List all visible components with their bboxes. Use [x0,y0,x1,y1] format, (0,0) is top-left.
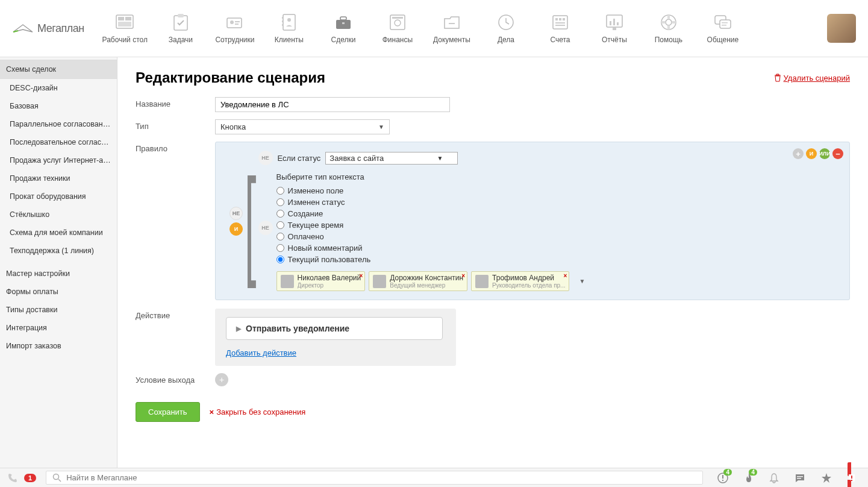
radio-status-changed[interactable]: Изменен статус [276,196,838,208]
rule-not-toggle[interactable]: НЕ [229,207,243,220]
nav-tasks[interactable]: Задачи [160,13,202,44]
sidebar-item-payment[interactable]: Формы оплаты [0,283,117,301]
cancel-link[interactable]: × Закрыть без сохранения [210,407,306,416]
user-chip[interactable]: Дорожкин КонстантинВедущий менеджер × [369,271,467,291]
finance-icon [389,14,406,31]
svg-rect-27 [555,25,565,26]
rule-not-inner[interactable]: НЕ [258,151,273,165]
sidebar-item-import[interactable]: Импорт заказов [0,337,117,355]
svg-point-14 [287,18,291,22]
svg-rect-8 [235,21,240,22]
radio-new-comment[interactable]: Новый комментарий [276,242,838,254]
sidebar-scheme-item[interactable]: Параллельное согласование [0,115,117,133]
warning-icon[interactable] [843,465,861,468]
nav-clients[interactable]: Клиенты [268,13,310,44]
rule-add-button[interactable]: + [793,148,804,159]
nav-finance[interactable]: Финансы [376,13,419,44]
add-user-dropdown[interactable]: ▼ [578,278,586,284]
sidebar-item-integration[interactable]: Интеграция [0,319,117,337]
rule-outer-ops: НЕ И [229,207,243,236]
svg-rect-25 [563,18,565,20]
chip-remove-icon[interactable]: × [564,272,567,279]
trash-icon [774,74,781,82]
svg-rect-38 [722,25,726,26]
name-input[interactable] [215,97,450,112]
svg-rect-32 [613,28,616,30]
user-avatar[interactable] [827,14,856,43]
type-select[interactable]: Кнопка ▼ [215,119,390,134]
chevron-down-icon: ▼ [437,155,443,162]
sidebar-scheme-item[interactable]: Стёклышко [0,206,117,224]
svg-rect-26 [555,22,565,24]
radio-current-user[interactable]: Текущий пользователь [276,254,838,265]
radio-current-time[interactable]: Текущее время [276,219,838,231]
rule-not-context[interactable]: НЕ [258,221,273,235]
nav-bills[interactable]: Счета [539,13,581,44]
desktop-icon [116,14,134,30]
sidebar-scheme-item[interactable]: Прокат оборудования [0,187,117,206]
radio-field-changed[interactable]: Изменено поле [276,185,838,196]
sidebar-item-wizard[interactable]: Мастер настройки [0,265,117,283]
user-avatar-icon [373,275,386,288]
logo-icon [12,22,34,34]
rule-remove-button[interactable]: − [832,148,843,159]
chip-remove-icon[interactable]: × [359,272,363,279]
svg-point-34 [666,19,672,25]
status-select[interactable]: Заявка с сайта ▼ [325,152,458,165]
bills-icon [551,14,569,31]
svg-rect-17 [342,22,345,24]
action-send-notification[interactable]: ▶ Отправить уведомление [226,317,443,340]
radio-paid[interactable]: Оплачено [276,231,838,242]
nav-todo[interactable]: Дела [485,13,527,44]
user-avatar-icon [475,275,489,288]
nav-desktop[interactable]: Рабочий стол [102,13,148,44]
rule-label: Правило [136,142,215,153]
svg-rect-37 [722,22,728,24]
nav-docs[interactable]: Документы [431,13,473,44]
name-label: Название [136,97,215,108]
nav-deals[interactable]: Сделки [322,13,364,44]
radio-creation[interactable]: Создание [276,208,838,219]
rule-and-toggle[interactable]: И [229,222,243,236]
sidebar-header-schemes[interactable]: Схемы сделок [0,60,117,79]
user-chip[interactable]: Николаев ВалерийДиректор × [276,271,366,291]
deals-icon [334,14,352,30]
rule-and-button[interactable]: И [806,148,817,159]
save-button[interactable]: Сохранить [136,402,200,422]
sidebar-scheme-item[interactable]: Базовая [0,97,117,115]
rule-or-button[interactable]: ИЛИ [819,148,830,159]
nav-reports[interactable]: Отчёты [593,13,635,44]
svg-rect-10 [283,14,295,30]
clock-icon [498,14,514,31]
user-chip[interactable]: Трофимов АндрейРуководитель отдела пр...… [471,271,569,291]
page-title: Редактирование сценария [136,69,325,86]
svg-rect-36 [720,20,731,28]
svg-rect-11 [282,17,284,19]
nav-staff[interactable]: Сотрудники [214,13,256,44]
sidebar: Схемы сделок DESC-дизайн Базовая Паралле… [0,57,117,468]
play-icon: ▶ [236,325,241,333]
nav-chat[interactable]: Общение [702,13,744,44]
sidebar-scheme-item[interactable]: Продажи техники [0,169,117,187]
logo-text: Мегаплан [37,22,84,35]
svg-rect-16 [340,17,346,20]
svg-rect-24 [559,18,561,20]
chat-icon [714,14,732,30]
delete-scenario-link[interactable]: Удалить сценарий [774,74,850,83]
svg-rect-29 [610,21,611,25]
sidebar-scheme-item[interactable]: DESC-дизайн [0,79,117,97]
sidebar-scheme-item[interactable]: Схема для моей компании [0,224,117,242]
svg-rect-20 [392,17,403,19]
sidebar-scheme-item[interactable]: Техподдержка (1 линия) [0,242,117,260]
top-nav: Мегаплан Рабочий стол Задачи Сотрудники … [0,0,868,57]
sidebar-scheme-item[interactable]: Продажа услуг Интернет-аге... [0,151,117,169]
add-exit-condition[interactable]: + [215,373,228,386]
svg-rect-13 [282,24,284,26]
chip-remove-icon[interactable]: × [461,272,465,279]
sidebar-scheme-item[interactable]: Последовательное согласов... [0,133,117,151]
nav-help[interactable]: Помощь [648,13,690,44]
add-action-link[interactable]: Добавить действие [226,348,296,357]
sidebar-item-delivery[interactable]: Типы доставки [0,301,117,319]
docs-icon [443,14,461,30]
logo[interactable]: Мегаплан [12,22,84,35]
